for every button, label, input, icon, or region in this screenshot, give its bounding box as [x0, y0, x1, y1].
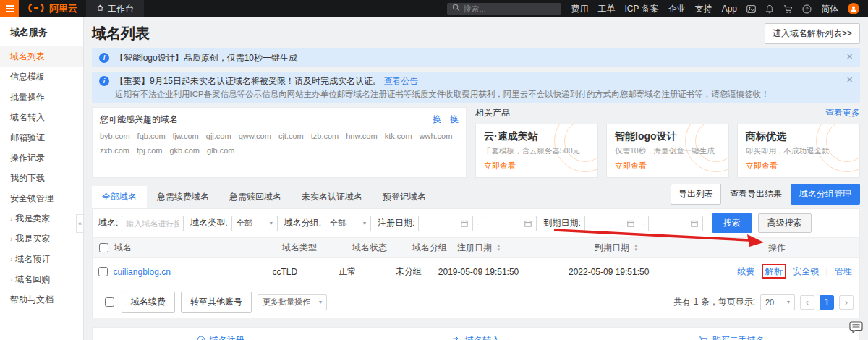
- topbar-link-support[interactable]: 支持: [695, 3, 712, 15]
- group-manage-button[interactable]: 域名分组管理: [791, 184, 860, 205]
- export-result-link[interactable]: 查看导出结果: [730, 188, 782, 200]
- domain-search-input[interactable]: [126, 219, 179, 228]
- workbench-button[interactable]: 工作台: [86, 0, 144, 17]
- export-list-button[interactable]: 导出列表: [671, 184, 721, 205]
- more-batch-ops-select[interactable]: 更多批量操作▾: [258, 294, 327, 310]
- aliyun-logo[interactable]: 阿里云: [19, 2, 86, 15]
- op-renew-link[interactable]: 续费: [738, 266, 755, 276]
- suggested-domain[interactable]: wwh.com: [420, 132, 453, 140]
- refresh-domains-link[interactable]: 换一换: [433, 114, 459, 126]
- row-operations: 续费 解析 安全锁 | 管理: [733, 265, 860, 278]
- tab-redeem-urgent[interactable]: 急需赎回域名: [219, 186, 292, 208]
- topbar-link-icp[interactable]: ICP 备案: [625, 3, 659, 15]
- apps-menu-button[interactable]: [0, 0, 19, 17]
- cart-icon[interactable]: [783, 4, 793, 14]
- suggested-domain[interactable]: qww.com: [239, 132, 271, 140]
- tab-renew-urgent[interactable]: 急需续费域名: [147, 186, 219, 208]
- reg-date-start-input[interactable]: [418, 216, 473, 231]
- suggested-domain[interactable]: hnw.com: [346, 132, 377, 140]
- language-switch[interactable]: 简体: [821, 3, 838, 15]
- media-icon[interactable]: [746, 5, 756, 13]
- batch-transfer-account-button[interactable]: 转至其他账号: [181, 292, 252, 313]
- topbar-link-app[interactable]: App: [722, 4, 737, 14]
- close-icon[interactable]: ×: [846, 51, 853, 61]
- expire-date-end-input[interactable]: [648, 216, 703, 231]
- buy-secondhand-link[interactable]: 购买二手域名: [604, 334, 859, 340]
- transfer-in-link[interactable]: 域名转入: [348, 334, 603, 340]
- domain-type-select[interactable]: 全部▾: [231, 216, 278, 231]
- suggested-domain[interactable]: fqb.com: [137, 132, 166, 140]
- page-size-select[interactable]: 20▾: [760, 294, 795, 310]
- topbar-link-enterprise[interactable]: 企业: [668, 3, 686, 15]
- recommendation-row: 您可能感兴趣的域名 换一换 byb.com fqb.com ljw.com qj…: [92, 107, 860, 178]
- sidebar-collapse-handle[interactable]: «: [76, 214, 84, 233]
- sidebar-item-buyer[interactable]: ›我是买家: [0, 229, 83, 249]
- sidebar-item-batch-operations[interactable]: 批量操作: [0, 87, 83, 107]
- topbar-link-billing[interactable]: 费用: [571, 3, 589, 15]
- search-button[interactable]: 搜索: [712, 213, 752, 233]
- help-icon[interactable]: ?: [802, 4, 812, 14]
- suggested-domain[interactable]: cjt.com: [278, 132, 304, 140]
- suggested-domain[interactable]: qjj.com: [206, 132, 231, 140]
- batch-renew-button[interactable]: 域名续费: [122, 292, 175, 313]
- next-page-button[interactable]: ›: [839, 295, 854, 310]
- bell-icon[interactable]: [765, 4, 774, 14]
- tab-all-domains[interactable]: 全部域名: [92, 186, 147, 208]
- expire-date-start-input[interactable]: [584, 216, 639, 231]
- suggested-domain[interactable]: tzb.com: [311, 132, 339, 140]
- advanced-search-button[interactable]: 高级搜索: [758, 213, 812, 233]
- sidebar-item-security-lock[interactable]: 安全锁管理: [0, 188, 83, 208]
- domain-tabs: 全部域名 急需续费域名 急需赎回域名 未实名认证域名 预登记域名: [92, 186, 436, 208]
- enter-dns-list-button[interactable]: 进入域名解析列表>>: [765, 23, 860, 44]
- product-cta[interactable]: 立即查看: [615, 161, 720, 171]
- select-all-checkbox[interactable]: [99, 243, 109, 252]
- sidebar-item-operation-log[interactable]: 操作记录: [0, 148, 83, 168]
- sidebar-item-seller[interactable]: ›我是卖家: [0, 208, 83, 229]
- product-cta[interactable]: 立即查看: [746, 161, 851, 171]
- sidebar-item-email-verification[interactable]: 邮箱验证: [0, 127, 83, 148]
- sidebar-item-domain-buyback[interactable]: ›域名回购: [0, 269, 83, 289]
- product-card-logo-design[interactable]: 智能logo设计 仅需10秒，海量创意一键生成 立即查看: [606, 124, 729, 178]
- view-more-link[interactable]: 查看更多: [825, 107, 860, 119]
- domain-link[interactable]: cuiliangblog.cn: [113, 267, 170, 277]
- sidebar-item-my-downloads[interactable]: 我的下载: [0, 168, 83, 188]
- reg-date-end-input[interactable]: [482, 216, 537, 231]
- main-content: 域名列表 进入域名解析列表>> i 【智能logo设计】品质原创，仅需10秒一键…: [84, 17, 868, 340]
- product-card-trademark[interactable]: 商标优选 即买即用，不成功退全款 立即查看: [737, 124, 860, 178]
- current-page-button[interactable]: 1: [820, 295, 834, 310]
- sidebar-item-help-docs[interactable]: 帮助与文档: [0, 289, 83, 310]
- suggested-domain[interactable]: zxb.com: [100, 146, 129, 155]
- suggested-domain[interactable]: ktk.com: [385, 132, 412, 140]
- tab-not-verified[interactable]: 未实名认证域名: [292, 186, 373, 208]
- suggested-domain[interactable]: fpj.com: [137, 146, 162, 155]
- sidebar-item-domain-transfer-in[interactable]: 域名转入: [0, 107, 83, 127]
- header-reg-date-sort[interactable]: 注册日期 ▲▼: [457, 242, 595, 254]
- batch-select-checkbox[interactable]: [105, 297, 114, 307]
- topbar-link-tickets[interactable]: 工单: [598, 3, 616, 15]
- row-checkbox[interactable]: [98, 267, 108, 276]
- product-cta[interactable]: 立即查看: [484, 161, 590, 171]
- prev-page-button[interactable]: ‹: [800, 295, 814, 310]
- view-announcement-link[interactable]: 查看公告: [383, 76, 418, 86]
- suggested-domain[interactable]: gkb.com: [169, 146, 200, 155]
- sidebar-item-domain-list[interactable]: 域名列表: [0, 46, 83, 67]
- avatar[interactable]: [848, 3, 859, 14]
- sidebar-item-info-template[interactable]: 信息模板: [0, 67, 83, 87]
- svg-text:?: ?: [805, 6, 808, 12]
- domain-group-select[interactable]: 全部▾: [325, 216, 371, 231]
- register-domain-link[interactable]: 域名注册: [93, 334, 348, 340]
- op-security-lock-link[interactable]: 安全锁: [793, 266, 819, 276]
- close-icon[interactable]: ×: [846, 74, 853, 85]
- op-manage-link[interactable]: 管理: [835, 266, 852, 276]
- suggested-domain[interactable]: byb.com: [100, 132, 130, 140]
- topbar-search-input[interactable]: [464, 4, 556, 13]
- sidebar-item-domain-preorder[interactable]: ›域名预订: [0, 249, 83, 269]
- tab-preregister[interactable]: 预登记域名: [373, 186, 436, 208]
- suggested-domain[interactable]: ljw.com: [173, 132, 199, 140]
- header-expire-date-sort[interactable]: 到期日期 ▲▼: [595, 242, 768, 254]
- feedback-chat-button[interactable]: [849, 321, 863, 336]
- product-card-website-builder[interactable]: 云·速成美站 千套模板，含云服务器500元 立即查看: [475, 124, 598, 178]
- suggested-domain[interactable]: glb.com: [207, 146, 235, 155]
- product-desc: 千套模板，含云服务器500元: [484, 146, 590, 156]
- op-resolve-link-highlighted[interactable]: 解析: [762, 264, 786, 279]
